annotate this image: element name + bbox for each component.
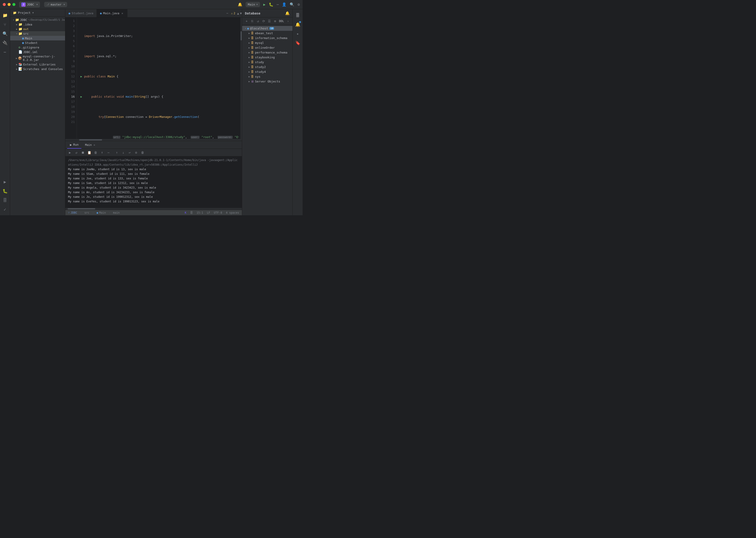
- more-icon[interactable]: ⋯: [277, 2, 279, 7]
- run-gutter-4[interactable]: ▶: [81, 94, 84, 99]
- activity-search-icon[interactable]: 🔍: [1, 29, 9, 38]
- clear-icon[interactable]: 🗑: [93, 150, 98, 155]
- tab-student-java[interactable]: ◉ Student.java: [65, 9, 97, 17]
- right-ai-icon[interactable]: ✦: [294, 29, 302, 38]
- bottom-tab-run[interactable]: ▶ Run: [67, 141, 81, 149]
- more-toolbar-icon[interactable]: ⋯: [106, 150, 111, 155]
- tree-item-main[interactable]: ◉ Main: [10, 36, 65, 40]
- db-add-icon[interactable]: +: [244, 18, 249, 24]
- code-content[interactable]: import java.io.PrintWriter; import java.…: [77, 18, 239, 139]
- run-icon[interactable]: ▶: [263, 2, 266, 7]
- db-refresh-icon[interactable]: ↺: [255, 18, 261, 24]
- activity-more-icon[interactable]: ⋯: [1, 48, 9, 56]
- activity-debug-icon[interactable]: 🐛: [1, 187, 9, 195]
- activity-todo-icon[interactable]: ✓: [1, 205, 9, 213]
- run-gutter-3[interactable]: ▶: [81, 74, 84, 79]
- ext-libs-icon: 📚: [18, 63, 22, 66]
- notifications-icon[interactable]: 🔔: [238, 2, 242, 7]
- db-copy-icon[interactable]: ⎘: [250, 18, 255, 24]
- filter-icon[interactable]: ⚙: [133, 150, 139, 155]
- branch-icon: ⎇: [46, 3, 49, 6]
- debug-icon[interactable]: 🐛: [269, 2, 273, 7]
- tree-item-gitignore[interactable]: ⊘ .gitignore: [10, 45, 65, 50]
- stop-icon[interactable]: ⏹: [80, 150, 86, 155]
- status-path-main: ◉ Main: [96, 211, 106, 214]
- console-out-5: My name is Angela, student id is 3423423…: [68, 186, 239, 190]
- tab-options-icon[interactable]: ⋯: [224, 12, 230, 15]
- tree-item-out[interactable]: ▶ 📁 out: [10, 27, 65, 31]
- tree-item-scratches[interactable]: ▶ 📝 Scratches and Consoles: [10, 67, 65, 71]
- tree-item-student[interactable]: ◉ Student: [10, 40, 65, 45]
- tab-close-icon[interactable]: ✕: [121, 12, 124, 15]
- tree-item-ext-libs[interactable]: ▶ 📚 External Libraries: [10, 62, 65, 67]
- maximize-button[interactable]: [12, 3, 15, 6]
- db-item-ebean-test[interactable]: ▶ 🗄 ebean_test: [242, 31, 292, 35]
- db-bell-icon[interactable]: 🔔: [285, 11, 290, 15]
- db-item-online-order[interactable]: ▶ 🗄 onlineOrder: [242, 45, 292, 50]
- rerun2-icon[interactable]: ↺: [74, 150, 79, 155]
- rerun-icon[interactable]: ▶: [67, 150, 73, 155]
- status-indent[interactable]: 4 spaces: [226, 211, 239, 214]
- down-arrow-icon[interactable]: ↓: [120, 150, 126, 155]
- tree-item-idea[interactable]: ▶ 📁 .idea: [10, 22, 65, 27]
- db-item-study[interactable]: ▶ 🗄 study: [242, 60, 292, 65]
- status-line-ending[interactable]: LF: [207, 211, 210, 214]
- db-item-study2[interactable]: ▶ 🗄 study2: [242, 65, 292, 69]
- activity-db-icon[interactable]: 🗄: [1, 196, 9, 204]
- code-editor[interactable]: 1 2 3 4 5 6 7 8 9 10 11 12 13 14 15 16 1: [65, 18, 242, 139]
- account-icon[interactable]: 👤: [282, 2, 286, 7]
- tree-item-mysql-conn[interactable]: ▶ 📦 mysql-connector-j-8.2.0.jar: [10, 54, 65, 62]
- db-item-localhost[interactable]: ▾ ◉ @localhost 10: [242, 26, 292, 31]
- panel-chevron-icon[interactable]: ▼: [32, 12, 34, 14]
- close-button[interactable]: [3, 3, 6, 6]
- editor-nav-up[interactable]: ▲: [237, 12, 239, 15]
- db-more-icon[interactable]: ›: [285, 18, 290, 24]
- console-out-4: My name is Sam, student id is 12312, sex…: [68, 181, 239, 186]
- status-branch[interactable]: ⑂ JDBC: [68, 211, 77, 214]
- db-item-perf-schema[interactable]: ▶ 🗄 performance_schema: [242, 50, 292, 55]
- console-scrollbar[interactable]: [65, 208, 242, 210]
- tree-item-iml[interactable]: 📄 JDBC.iml: [10, 50, 65, 54]
- db-sync-icon[interactable]: ⟳: [261, 18, 266, 24]
- project-brand[interactable]: J JDBC ▼: [19, 2, 40, 8]
- up-arrow-icon[interactable]: ↑: [114, 150, 120, 155]
- db-label-study2: study2: [255, 65, 266, 69]
- tree-item-root[interactable]: ▾ 📁 JDBC ~/Desktop/CS/JavaEE/1 Ja: [10, 18, 65, 22]
- run-tab-close-icon[interactable]: ✕: [94, 143, 95, 146]
- editor-nav-down[interactable]: ▼: [240, 12, 242, 15]
- settings-icon[interactable]: ⚙: [297, 2, 300, 7]
- activity-vcs-icon[interactable]: ⑂: [1, 20, 9, 28]
- right-bookmark-icon[interactable]: 🔖: [294, 38, 302, 47]
- scroll-end-icon[interactable]: ⬇: [99, 150, 105, 155]
- search-icon[interactable]: 🔍: [290, 2, 294, 7]
- minimize-button[interactable]: [8, 3, 11, 6]
- db-item-study4[interactable]: ▶ 🗄 study4: [242, 69, 292, 74]
- right-db-icon[interactable]: 🗄: [294, 11, 302, 19]
- db-item-server-objects[interactable]: ▶ 🖥 Server Objects: [242, 79, 292, 84]
- bottom-tab-main[interactable]: Main ✕: [82, 141, 98, 149]
- tree-item-src[interactable]: ▾ 📁 src: [10, 31, 65, 36]
- run-config[interactable]: Main ▼: [246, 2, 260, 7]
- db-ddl-label[interactable]: DDL: [278, 20, 285, 23]
- vcs-branch[interactable]: ⎇ master ▼: [44, 2, 67, 7]
- db-item-staybooking[interactable]: ▶ 🗄 staybooking: [242, 55, 292, 60]
- horizontal-scrollbar[interactable]: [65, 139, 242, 141]
- editor-scrollbar[interactable]: [239, 18, 242, 139]
- activity-plugins-icon[interactable]: 🔌: [1, 38, 9, 47]
- db-grid-icon[interactable]: ⊞: [273, 18, 278, 24]
- status-position[interactable]: 15:1: [197, 211, 203, 214]
- wrap-icon[interactable]: ↩: [127, 150, 132, 155]
- close-panel-icon[interactable]: 🗑: [140, 150, 145, 155]
- db-sys-icon: 🗄: [251, 75, 254, 78]
- tab-main-java[interactable]: ◉ Main.java ✕: [97, 9, 127, 17]
- activity-run-icon[interactable]: ▶: [1, 178, 9, 186]
- db-filter-icon[interactable]: ☰: [267, 18, 272, 24]
- activity-project-icon[interactable]: 📁: [1, 11, 9, 19]
- db-item-mysql[interactable]: ▶ 🗄 mysql: [242, 40, 292, 45]
- db-item-information-schema[interactable]: ▶ 🗄 information_schema: [242, 35, 292, 40]
- right-notif-icon[interactable]: 🔔: [294, 20, 302, 28]
- status-encoding[interactable]: UTF-8: [214, 211, 222, 214]
- brand-dropdown-icon: ▼: [36, 3, 38, 6]
- restore-icon[interactable]: 📋: [87, 150, 92, 155]
- db-item-sys[interactable]: ▶ 🗄 sys: [242, 74, 292, 79]
